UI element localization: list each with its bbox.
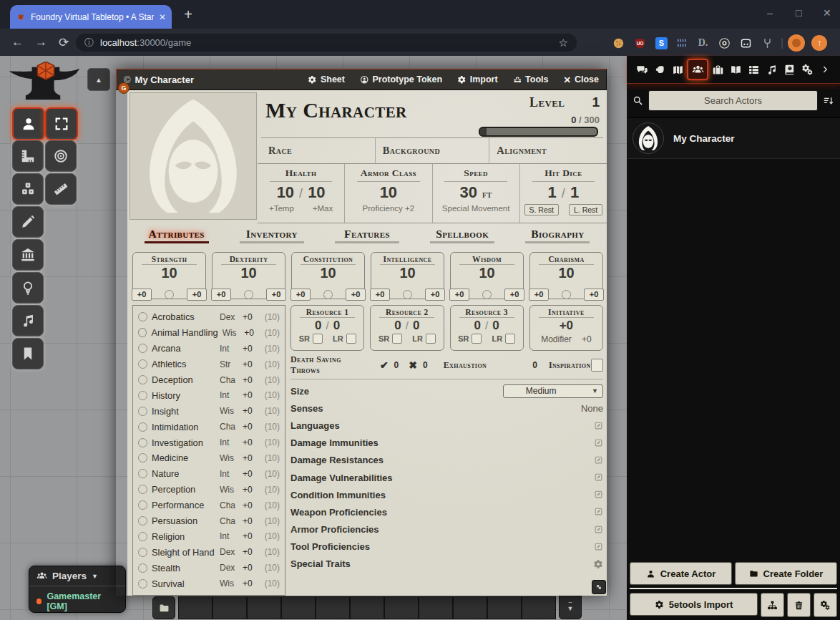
sound-controls-button[interactable]	[12, 305, 44, 336]
resource-max[interactable]: 0	[413, 319, 419, 332]
resource-title[interactable]: Resource 2	[386, 308, 429, 316]
ruler-tool-button[interactable]	[45, 173, 77, 205]
window-resize-handle[interactable]	[592, 580, 606, 594]
trait-edit-icon[interactable]	[594, 473, 603, 483]
resource-value[interactable]: 0	[315, 319, 321, 332]
skill-name[interactable]: Performance	[152, 500, 215, 510]
trait-edit-icon[interactable]	[594, 455, 603, 465]
long-rest-checkbox[interactable]	[505, 334, 515, 344]
resource-title[interactable]: Resource 1	[306, 308, 349, 316]
ability-score[interactable]: 10	[479, 266, 494, 281]
ability-save-mod[interactable]: +0	[370, 289, 390, 301]
skill-name[interactable]: Intimidation	[152, 422, 215, 432]
ability-save-mod[interactable]: +0	[529, 289, 549, 301]
drawing-tools-button[interactable]	[12, 206, 44, 238]
short-rest-checkbox[interactable]	[472, 334, 482, 344]
ability-score[interactable]: 10	[399, 266, 415, 281]
size-select[interactable]: Medium▼	[503, 384, 603, 398]
close-window-button[interactable]: ✕Close	[563, 74, 599, 85]
macro-slot[interactable]	[522, 596, 556, 619]
skill-row[interactable]: Deception Cha +0 (10)	[138, 372, 280, 388]
skill-name[interactable]: Sleight of Hand	[152, 547, 215, 558]
skill-row[interactable]: Arcana Int +0 (10)	[138, 341, 280, 357]
initiative-value[interactable]: +0	[560, 319, 573, 332]
bookmark-star-icon[interactable]: ☆	[559, 37, 568, 49]
hp-temp-label[interactable]: +Temp	[269, 204, 294, 213]
skill-row[interactable]: History Int +0 (10)	[138, 387, 280, 403]
skill-proficiency-radio[interactable]	[138, 532, 147, 541]
ability-name[interactable]: Dexterity	[230, 255, 268, 263]
skill-name[interactable]: Insight	[152, 406, 215, 417]
skill-row[interactable]: Survival Wis +0 (10)	[138, 576, 280, 591]
tab-settings[interactable]	[799, 61, 816, 78]
skill-row[interactable]: Athletics Str +0 (10)	[138, 357, 280, 372]
fork-extension-icon[interactable]	[760, 36, 775, 51]
folder-tree-button[interactable]	[761, 593, 784, 617]
browser-tab[interactable]: Foundry Virtual Tabletop • A Stan ✕	[10, 5, 172, 29]
tab-actors[interactable]	[687, 59, 708, 80]
macro-slot[interactable]	[213, 596, 247, 619]
skill-name[interactable]: Arcana	[152, 343, 215, 354]
ability-proficiency-toggle[interactable]	[244, 290, 253, 299]
exhaustion-value[interactable]: 0	[532, 360, 537, 370]
long-rest-checkbox[interactable]	[426, 334, 436, 344]
resource-title[interactable]: Resource 3	[465, 308, 508, 316]
target-tool-button[interactable]	[45, 140, 77, 172]
skill-row[interactable]: Investigation Int +0 (10)	[138, 435, 280, 450]
skill-name[interactable]: Religion	[152, 531, 215, 542]
window-titlebar[interactable]: © My Character G Sheet Prototype Token I…	[116, 69, 607, 90]
skill-proficiency-radio[interactable]	[138, 328, 147, 337]
skill-row[interactable]: Insight Wis +0 (10)	[138, 403, 280, 419]
skill-name[interactable]: Athletics	[152, 359, 215, 369]
ability-save-mod[interactable]: +0	[132, 289, 152, 301]
tab-chat[interactable]	[633, 61, 650, 78]
skill-row[interactable]: Acrobatics Dex +0 (10)	[138, 309, 280, 325]
sheet-tab[interactable]: Features	[319, 226, 414, 248]
sidebar-collapse-icon[interactable]	[816, 61, 834, 78]
skill-row[interactable]: Religion Int +0 (10)	[138, 528, 280, 544]
trait-edit-icon[interactable]	[594, 524, 603, 535]
actor-list-item[interactable]: My Character	[627, 118, 840, 159]
address-bar[interactable]: ⓘ localhost:30000/game ☆	[76, 34, 577, 52]
xp-value[interactable]: 0	[571, 115, 576, 125]
skill-row[interactable]: Animal Handling Wis +0 (10)	[138, 325, 280, 341]
death-success-count[interactable]: 0	[394, 360, 399, 370]
skill-name[interactable]: Nature	[152, 468, 215, 479]
resource-max[interactable]: 0	[492, 319, 499, 332]
ability-score[interactable]: 10	[320, 266, 336, 281]
container-extension-icon[interactable]	[738, 36, 753, 51]
initiative-title[interactable]: Initiative	[548, 308, 585, 316]
death-fail-icon[interactable]: ✖	[409, 359, 417, 371]
resource-value[interactable]: 0	[394, 319, 401, 332]
alignment-field[interactable]: Alignment	[489, 138, 603, 163]
new-tab-button[interactable]: +	[180, 7, 196, 23]
skill-name[interactable]: Stealth	[152, 563, 215, 573]
cookie-extension-icon[interactable]	[611, 36, 626, 51]
macro-slot[interactable]	[316, 596, 350, 619]
journal-notes-button[interactable]	[12, 239, 44, 271]
lighting-controls-button[interactable]	[12, 272, 44, 304]
forward-button[interactable]: →	[35, 35, 47, 49]
ability-name[interactable]: Constitution	[303, 255, 353, 263]
hd-max[interactable]: 1	[570, 183, 579, 202]
death-fail-count[interactable]: 0	[423, 360, 428, 370]
ability-name[interactable]: Charisma	[548, 255, 584, 263]
d-extension-icon[interactable]: D.	[695, 36, 710, 51]
skill-name[interactable]: Persuasion	[152, 515, 215, 526]
character-portrait[interactable]	[130, 92, 257, 220]
s-extension-icon[interactable]: S	[655, 37, 668, 49]
trait-edit-icon[interactable]	[594, 507, 603, 518]
players-header[interactable]: Players ▼	[29, 566, 125, 586]
ability-score[interactable]: 10	[558, 266, 574, 281]
skill-proficiency-radio[interactable]	[138, 579, 147, 588]
tab-combat[interactable]	[651, 61, 668, 78]
hotbar-page-down-icon[interactable]: ▼	[567, 606, 574, 612]
character-name[interactable]: My Character	[265, 99, 407, 122]
configure-button[interactable]	[814, 593, 837, 617]
actor-name[interactable]: My Character	[673, 133, 735, 144]
tab-journal[interactable]	[727, 61, 744, 78]
page-info-icon[interactable]: ⓘ	[84, 37, 94, 49]
skill-proficiency-radio[interactable]	[138, 375, 147, 384]
eye-extension-icon[interactable]	[717, 36, 732, 51]
skill-row[interactable]: Performance Cha +0 (10)	[138, 498, 280, 513]
